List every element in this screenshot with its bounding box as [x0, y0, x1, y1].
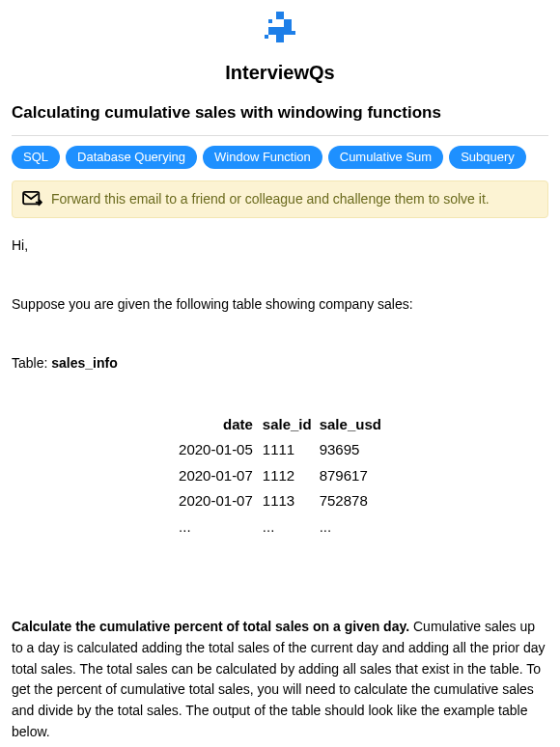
cell: 2020-01-07: [175, 488, 259, 514]
table-wrapper: date sale_id sale_usd 2020-01-05 1111 93…: [12, 412, 548, 540]
table-row: ... ... ...: [175, 514, 385, 540]
greeting: Hi,: [12, 235, 548, 256]
svg-rect-2: [268, 27, 276, 35]
svg-rect-6: [268, 19, 272, 23]
tag-window-function[interactable]: Window Function: [203, 146, 322, 169]
table-label: Table: sales_info: [12, 353, 548, 374]
banner-text: Forward this email to a friend or collea…: [51, 189, 490, 209]
svg-rect-3: [276, 27, 284, 35]
cell: 1111: [259, 437, 316, 463]
cell: 93695: [316, 437, 385, 463]
table-row: 2020-01-05 1111 93695: [175, 437, 385, 463]
col-sale-id: sale_id: [259, 412, 316, 438]
table-row: 2020-01-07 1112 879617: [175, 463, 385, 489]
table-row: 2020-01-07 1113 752878: [175, 488, 385, 514]
sales-table: date sale_id sale_usd 2020-01-05 1111 93…: [175, 412, 385, 540]
header-logo: InterviewQs: [12, 10, 548, 93]
cell: 2020-01-05: [175, 437, 259, 463]
cell: 1112: [259, 463, 316, 489]
tag-database-querying[interactable]: Database Querying: [66, 146, 197, 169]
svg-rect-0: [276, 12, 284, 19]
tag-subquery[interactable]: Subquery: [449, 146, 526, 169]
svg-rect-4: [284, 27, 292, 35]
table-name: sales_info: [51, 355, 117, 371]
mail-forward-icon: [22, 190, 43, 208]
cell: 752878: [316, 488, 385, 514]
svg-rect-8: [265, 35, 268, 39]
intro-text: Suppose you are given the following tabl…: [12, 294, 548, 315]
question-paragraph: Calculate the cumulative percent of tota…: [12, 617, 548, 742]
tag-cumulative-sum[interactable]: Cumulative Sum: [328, 146, 443, 169]
divider: [12, 135, 548, 136]
cell: ...: [259, 514, 316, 540]
cell: 1113: [259, 488, 316, 514]
cell: 879617: [316, 463, 385, 489]
logo-icon: [257, 12, 303, 50]
svg-rect-5: [276, 35, 284, 42]
question-lead: Calculate the cumulative percent of tota…: [12, 619, 409, 634]
page-title: Calculating cumulative sales with window…: [12, 100, 548, 125]
cell: ...: [175, 514, 259, 540]
table-header-row: date sale_id sale_usd: [175, 412, 385, 438]
cell: 2020-01-07: [175, 463, 259, 489]
question-body: Cumulative sales up to a day is calculat…: [12, 619, 546, 738]
tag-sql[interactable]: SQL: [12, 146, 60, 169]
cell: ...: [316, 514, 385, 540]
col-date: date: [175, 412, 259, 438]
table-label-prefix: Table:: [12, 355, 51, 371]
svg-rect-1: [284, 19, 292, 27]
svg-rect-7: [292, 31, 295, 35]
forward-banner: Forward this email to a friend or collea…: [12, 180, 548, 218]
col-sale-usd: sale_usd: [316, 412, 385, 438]
brand-name: InterviewQs: [12, 58, 548, 87]
tag-list: SQL Database Querying Window Function Cu…: [12, 146, 548, 169]
